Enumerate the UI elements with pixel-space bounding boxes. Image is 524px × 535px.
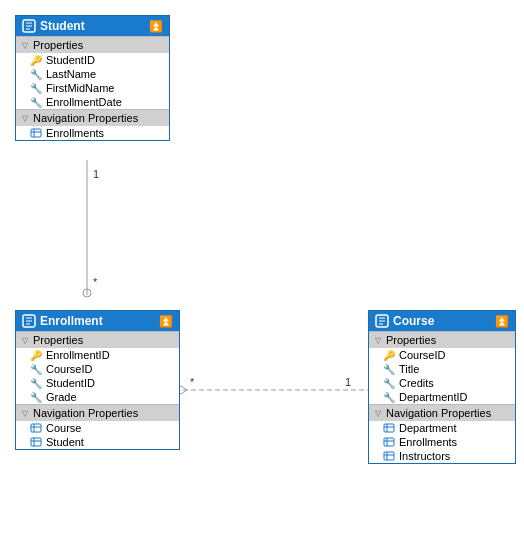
wrench-icon: 🔧: [30, 82, 42, 94]
student-prop-firstmidname: 🔧 FirstMidName: [16, 81, 169, 95]
student-nav-collapse: ▽: [22, 114, 30, 122]
enrollment-entity-icon: [22, 314, 36, 328]
student-properties-label: Properties: [33, 39, 83, 51]
course-prop-departmentid: 🔧 DepartmentID: [369, 390, 515, 404]
student-prop-lastname: 🔧 LastName: [16, 67, 169, 81]
student-prop-studentid: 🔑 StudentID: [16, 53, 169, 67]
course-prop-title: 🔧 Title: [369, 362, 515, 376]
enrollment-nav-student: Student: [16, 435, 179, 449]
svg-text:1: 1: [345, 376, 351, 388]
wrench-icon: 🔧: [383, 391, 395, 403]
svg-rect-32: [384, 438, 394, 446]
svg-rect-12: [31, 129, 41, 137]
course-nav-instructors: Instructors: [369, 449, 515, 463]
enrollment-properties-label: Properties: [33, 334, 83, 346]
student-navprops-section[interactable]: ▽ Navigation Properties: [16, 109, 169, 126]
course-header[interactable]: Course ⏫: [369, 311, 515, 331]
wrench-icon: 🔧: [383, 363, 395, 375]
course-properties-label: Properties: [386, 334, 436, 346]
enrollment-navprops-section[interactable]: ▽ Navigation Properties: [16, 404, 179, 421]
course-collapse-icon[interactable]: ⏫: [495, 315, 509, 328]
diagram-canvas: 1 * * 1 Student ⏫: [0, 0, 524, 535]
nav-icon: [383, 450, 395, 462]
svg-rect-29: [384, 424, 394, 432]
course-nav-collapse: ▽: [375, 409, 383, 417]
svg-text:1: 1: [93, 168, 99, 180]
nav-icon: [30, 422, 42, 434]
svg-rect-35: [384, 452, 394, 460]
enrollment-entity: Enrollment ⏫ ▽ Properties 🔑 EnrollmentID…: [15, 310, 180, 450]
enrollment-prop-enrollmentid: 🔑 EnrollmentID: [16, 348, 179, 362]
svg-text:*: *: [93, 276, 98, 288]
wrench-icon: 🔧: [30, 391, 42, 403]
course-prop-courseid: 🔑 CourseID: [369, 348, 515, 362]
course-entity-icon: [375, 314, 389, 328]
student-header[interactable]: Student ⏫: [16, 16, 169, 36]
student-prop-enrollmentdate: 🔧 EnrollmentDate: [16, 95, 169, 109]
student-navprops-label: Navigation Properties: [33, 112, 138, 124]
course-nav-department: Department: [369, 421, 515, 435]
svg-rect-19: [31, 424, 41, 432]
student-entity-icon: [22, 19, 36, 33]
nav-icon: [383, 422, 395, 434]
nav-icon: [383, 436, 395, 448]
course-title: Course: [393, 314, 434, 328]
wrench-icon: 🔧: [30, 363, 42, 375]
key-icon: 🔑: [383, 349, 395, 361]
student-entity: Student ⏫ ▽ Properties 🔑 StudentID 🔧 Las…: [15, 15, 170, 141]
nav-icon: [30, 127, 42, 139]
enrollment-prop-courseid: 🔧 CourseID: [16, 362, 179, 376]
enrollment-header[interactable]: Enrollment ⏫: [16, 311, 179, 331]
student-props-collapse: ▽: [22, 41, 30, 49]
enrollment-navprops-label: Navigation Properties: [33, 407, 138, 419]
student-title: Student: [40, 19, 85, 33]
student-properties-section[interactable]: ▽ Properties: [16, 36, 169, 53]
nav-icon: [30, 436, 42, 448]
wrench-icon: 🔧: [30, 96, 42, 108]
course-navprops-label: Navigation Properties: [386, 407, 491, 419]
student-collapse-icon[interactable]: ⏫: [149, 20, 163, 33]
wrench-icon: 🔧: [30, 68, 42, 80]
course-navprops-section[interactable]: ▽ Navigation Properties: [369, 404, 515, 421]
key-icon: 🔑: [30, 54, 42, 66]
course-prop-credits: 🔧 Credits: [369, 376, 515, 390]
svg-text:*: *: [190, 376, 195, 388]
key-icon: 🔑: [30, 349, 42, 361]
enrollment-title: Enrollment: [40, 314, 103, 328]
enrollment-properties-section[interactable]: ▽ Properties: [16, 331, 179, 348]
wrench-icon: 🔧: [383, 377, 395, 389]
course-nav-enrollments: Enrollments: [369, 435, 515, 449]
enrollment-props-collapse: ▽: [22, 336, 30, 344]
enrollment-prop-grade: 🔧 Grade: [16, 390, 179, 404]
enrollment-prop-studentid: 🔧 StudentID: [16, 376, 179, 390]
enrollment-nav-collapse: ▽: [22, 409, 30, 417]
course-props-collapse: ▽: [375, 336, 383, 344]
svg-rect-22: [31, 438, 41, 446]
svg-point-1: [83, 289, 91, 297]
wrench-icon: 🔧: [30, 377, 42, 389]
enrollment-nav-course: Course: [16, 421, 179, 435]
enrollment-collapse-icon[interactable]: ⏫: [159, 315, 173, 328]
course-properties-section[interactable]: ▽ Properties: [369, 331, 515, 348]
student-nav-enrollments: Enrollments: [16, 126, 169, 140]
course-entity: Course ⏫ ▽ Properties 🔑 CourseID 🔧 Title…: [368, 310, 516, 464]
